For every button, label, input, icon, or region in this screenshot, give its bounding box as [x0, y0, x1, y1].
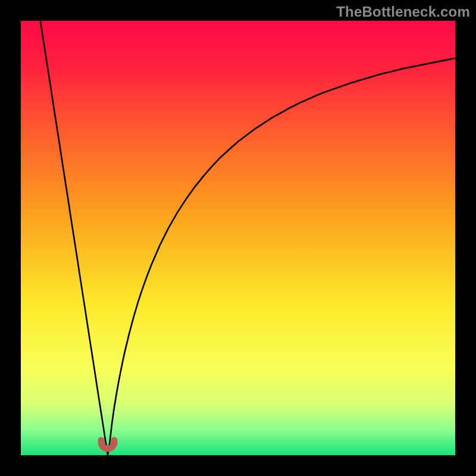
bottleneck-chart	[21, 21, 455, 455]
watermark-text: TheBottleneck.com	[336, 4, 470, 20]
gradient-background	[21, 21, 455, 455]
chart-frame: TheBottleneck.com	[0, 0, 476, 476]
chart-plot-area	[21, 21, 455, 455]
